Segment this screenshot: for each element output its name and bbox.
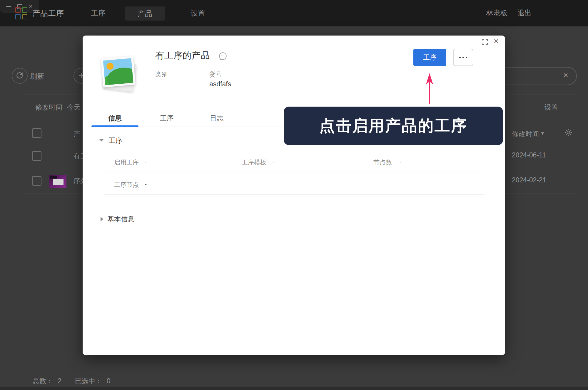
- total-label: 总数：: [33, 376, 53, 386]
- collapse-triangle-icon[interactable]: [99, 139, 104, 142]
- logout-button[interactable]: 退出: [517, 8, 532, 18]
- section-divider: [102, 229, 497, 229]
- nav-item-process[interactable]: 工序: [91, 8, 106, 18]
- row2-product-thumbnail[interactable]: [49, 175, 66, 188]
- field-enable-process-label: 启用工序: [114, 158, 139, 167]
- selected-value: 0: [107, 377, 111, 385]
- category-label: 类别: [155, 70, 168, 78]
- field-template-value: -: [273, 158, 275, 165]
- filter-time-value[interactable]: 今天: [67, 103, 81, 112]
- minimize-icon[interactable]: [6, 6, 11, 7]
- select-all-checkbox[interactable]: [32, 128, 41, 138]
- app-logo-icon: [15, 7, 28, 20]
- process-section-title[interactable]: 工序: [108, 136, 123, 145]
- refresh-icon: [16, 71, 24, 80]
- sku-value: asdfafs: [209, 80, 231, 88]
- clear-search-icon[interactable]: ×: [563, 70, 568, 80]
- product-title: 有工序的产品: [155, 50, 210, 62]
- total-value: 2: [58, 377, 61, 385]
- sort-desc-icon[interactable]: ▼: [540, 131, 545, 136]
- nav-item-product-label: 产品: [138, 9, 152, 19]
- row1-modified-date: 2024-06-11: [512, 151, 546, 159]
- field-node-count-value: -: [400, 158, 402, 165]
- close-window-icon[interactable]: ×: [29, 3, 33, 10]
- column-header-product[interactable]: 产: [74, 130, 80, 139]
- field-row-divider: [103, 194, 485, 195]
- row1-checkbox[interactable]: [32, 151, 41, 161]
- tab-process[interactable]: 工序: [143, 114, 190, 123]
- process-button[interactable]: 工序: [413, 49, 446, 66]
- app-window: 刷新 + × 修改时间 今天 设置 产 修改时间 ▼ 有工 2024-06-11…: [0, 0, 588, 390]
- view-settings-label[interactable]: 设置: [544, 103, 558, 112]
- more-actions-button[interactable]: [453, 49, 473, 66]
- field-template-label: 工序模板: [242, 158, 266, 167]
- expand-triangle-icon[interactable]: [101, 217, 103, 221]
- basic-section-title[interactable]: 基本信息: [107, 215, 134, 224]
- row2-modified-date: 2024-02-21: [512, 176, 547, 184]
- close-dialog-icon[interactable]: ×: [494, 36, 499, 46]
- statusbar: 总数： 2 已选中： 0: [33, 376, 111, 386]
- sku-label: 货号: [209, 70, 222, 78]
- window-bottom-edge: [0, 387, 588, 390]
- callout-arrow-icon: [425, 73, 435, 104]
- refresh-button[interactable]: [12, 68, 28, 84]
- field-process-node-label: 工序节点: [114, 181, 139, 189]
- comment-icon[interactable]: [218, 51, 228, 63]
- process-button-label: 工序: [423, 53, 437, 62]
- field-row-divider: [103, 172, 485, 172]
- fullscreen-icon[interactable]: [481, 38, 488, 47]
- field-enable-process-value: -: [145, 158, 147, 165]
- active-tab-indicator: [91, 125, 138, 127]
- app-title: 产品工序: [32, 8, 64, 19]
- nav-item-settings[interactable]: 设置: [191, 8, 205, 18]
- ellipsis-icon: [459, 57, 467, 58]
- field-node-count-label: 节点数: [373, 158, 392, 167]
- filter-time-label[interactable]: 修改时间: [35, 103, 62, 112]
- field-process-node-value: -: [145, 181, 147, 188]
- row2-checkbox[interactable]: [32, 176, 41, 186]
- product-image[interactable]: [100, 56, 141, 94]
- user-name[interactable]: 林老板: [486, 8, 507, 18]
- sun-icon: [106, 62, 114, 70]
- product-detail-dialog: × 有工序的产品 类别 货号 asdfafs 工序: [83, 36, 505, 355]
- callout-text: 点击启用产品的工序: [319, 115, 467, 137]
- column-header-modified[interactable]: 修改时间: [512, 130, 539, 139]
- tab-log[interactable]: 日志: [193, 114, 240, 123]
- nav-item-product-active[interactable]: 产品: [125, 6, 165, 21]
- column-gear-icon[interactable]: [564, 129, 572, 137]
- tutorial-callout: 点击启用产品的工序: [284, 107, 503, 145]
- selected-label: 已选中：: [75, 376, 102, 386]
- refresh-label[interactable]: 刷新: [30, 72, 44, 81]
- tab-info[interactable]: 信息: [91, 114, 138, 123]
- titlebar: 产品工序 工序 产品 设置 林老板 退出 ×: [0, 0, 588, 26]
